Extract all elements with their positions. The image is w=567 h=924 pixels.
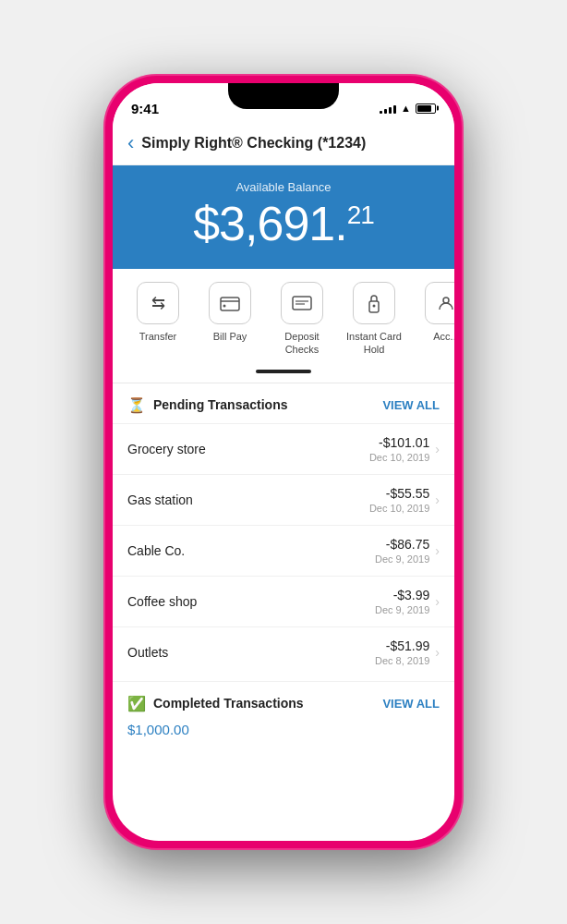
transaction-item-3[interactable]: Coffee shop -$3.99 Dec 9, 2019 › xyxy=(113,576,454,626)
back-button[interactable]: ‹ xyxy=(127,131,134,155)
deposit-checks-label: Deposit Checks xyxy=(271,330,332,357)
chevron-right-2: › xyxy=(435,543,440,558)
status-bar: 9:41 ▲ xyxy=(113,83,454,124)
action-transfer[interactable]: ⇆ Transfer xyxy=(122,282,194,357)
transaction-name-0: Grocery store xyxy=(127,442,206,456)
transaction-name-1: Gas station xyxy=(127,492,193,507)
phone-frame: 9:41 ▲ ‹ Simply Right® Checking (*1234) xyxy=(103,74,464,850)
instant-card-hold-label: Instant Card Hold xyxy=(344,330,404,357)
battery-icon xyxy=(416,103,436,114)
instant-card-hold-icon xyxy=(353,282,395,324)
balance-section: Available Balance $3,691.21 xyxy=(113,165,454,269)
transaction-right-3: -$3.99 Dec 9, 2019 › xyxy=(375,588,440,615)
transaction-date-2: Dec 9, 2019 xyxy=(375,553,429,565)
transaction-date-3: Dec 9, 2019 xyxy=(375,604,429,615)
transaction-amount-1: -$55.55 xyxy=(369,486,429,501)
bill-pay-icon xyxy=(209,282,251,324)
phone-screen: 9:41 ▲ ‹ Simply Right® Checking (*1234) xyxy=(113,83,454,841)
scroll-indicator xyxy=(256,370,311,373)
action-deposit-checks[interactable]: Deposit Checks xyxy=(266,282,338,357)
pending-view-all[interactable]: VIEW ALL xyxy=(382,398,440,412)
transaction-details-0: -$101.01 Dec 10, 2019 xyxy=(369,435,429,463)
completed-title-group: ✅ Completed Transactions xyxy=(127,695,304,712)
transaction-name-3: Coffee shop xyxy=(127,594,197,609)
transaction-date-4: Dec 8, 2019 xyxy=(375,655,429,666)
transaction-item-0[interactable]: Grocery store -$101.01 Dec 10, 2019 › xyxy=(113,423,454,474)
action-account-info[interactable]: Acc... xyxy=(410,282,454,357)
wifi-icon: ▲ xyxy=(401,103,411,114)
completed-title: Completed Transactions xyxy=(153,696,304,711)
transaction-right-2: -$86.75 Dec 9, 2019 › xyxy=(375,537,440,565)
svg-point-7 xyxy=(443,298,449,303)
transaction-amount-4: -$51.99 xyxy=(375,638,429,653)
status-time: 9:41 xyxy=(131,101,159,116)
chevron-right-0: › xyxy=(435,442,440,456)
transaction-item-4[interactable]: Outlets -$51.99 Dec 8, 2019 › xyxy=(113,626,454,677)
transaction-details-1: -$55.55 Dec 10, 2019 xyxy=(369,486,429,514)
balance-cents: 21 xyxy=(347,201,374,229)
transaction-item-1[interactable]: Gas station -$55.55 Dec 10, 2019 › xyxy=(113,474,454,525)
svg-rect-2 xyxy=(293,297,311,310)
svg-point-6 xyxy=(373,305,376,308)
svg-rect-0 xyxy=(221,298,239,310)
transaction-amount-3: -$3.99 xyxy=(375,588,429,602)
transaction-details-2: -$86.75 Dec 9, 2019 xyxy=(375,537,429,565)
completed-icon: ✅ xyxy=(127,695,146,712)
header-nav: ‹ Simply Right® Checking (*1234) xyxy=(113,124,454,165)
completed-first-amount: $1,000.00 xyxy=(113,722,454,745)
transaction-right-4: -$51.99 Dec 8, 2019 › xyxy=(375,638,440,666)
transfer-label: Transfer xyxy=(139,330,177,343)
bill-pay-label: Bill Pay xyxy=(213,330,247,343)
completed-view-all[interactable]: VIEW ALL xyxy=(382,697,440,711)
transaction-name-2: Cable Co. xyxy=(127,543,185,558)
pending-title: Pending Transactions xyxy=(153,397,287,412)
completed-header: ✅ Completed Transactions VIEW ALL xyxy=(113,681,454,722)
balance-whole: $3,691. xyxy=(193,197,347,250)
transaction-name-4: Outlets xyxy=(127,645,168,660)
account-title: Simply Right® Checking (*1234) xyxy=(141,135,366,152)
quick-actions: ⇆ Transfer Bill Pay xyxy=(113,269,454,383)
transaction-right-0: -$101.01 Dec 10, 2019 › xyxy=(369,435,440,463)
transaction-date-1: Dec 10, 2019 xyxy=(369,503,429,514)
transfer-icon: ⇆ xyxy=(137,282,179,324)
actions-row: ⇆ Transfer Bill Pay xyxy=(113,282,454,370)
transaction-details-4: -$51.99 Dec 8, 2019 xyxy=(375,638,429,666)
account-info-icon xyxy=(425,282,454,324)
pending-icon: ⏳ xyxy=(127,396,146,414)
action-bill-pay[interactable]: Bill Pay xyxy=(194,282,266,357)
transaction-right-1: -$55.55 Dec 10, 2019 › xyxy=(369,486,440,514)
deposit-checks-icon xyxy=(281,282,323,324)
pending-header: ⏳ Pending Transactions VIEW ALL xyxy=(113,383,454,423)
transactions-section: ⏳ Pending Transactions VIEW ALL Grocery … xyxy=(113,383,454,745)
signal-icon xyxy=(380,103,396,114)
svg-point-1 xyxy=(223,305,226,308)
transaction-item-2[interactable]: Cable Co. -$86.75 Dec 9, 2019 › xyxy=(113,525,454,576)
balance-label: Available Balance xyxy=(131,180,436,194)
chevron-right-3: › xyxy=(435,594,440,609)
transaction-amount-0: -$101.01 xyxy=(369,435,429,450)
action-instant-card-hold[interactable]: Instant Card Hold xyxy=(338,282,410,357)
transaction-details-3: -$3.99 Dec 9, 2019 xyxy=(375,588,429,615)
chevron-right-4: › xyxy=(435,645,440,660)
chevron-right-1: › xyxy=(435,492,440,507)
status-icons: ▲ xyxy=(380,103,436,114)
transaction-amount-2: -$86.75 xyxy=(375,537,429,552)
balance-amount: $3,691.21 xyxy=(131,198,436,250)
transaction-date-0: Dec 10, 2019 xyxy=(369,452,429,463)
account-info-label: Acc... xyxy=(433,330,454,343)
pending-title-group: ⏳ Pending Transactions xyxy=(127,396,287,414)
notch xyxy=(228,83,339,109)
